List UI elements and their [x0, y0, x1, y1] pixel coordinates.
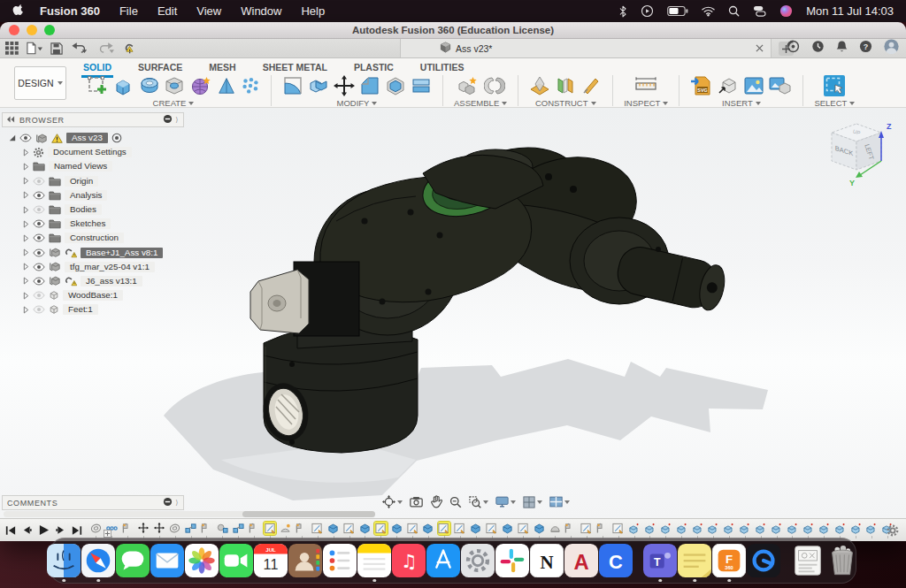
ribbon-group-label[interactable]: INSPECT: [624, 98, 668, 108]
menu-item-file[interactable]: File: [119, 4, 138, 18]
collapse-arrow-icon[interactable]: [9, 134, 16, 141]
timeline-feature-joint-10[interactable]: [232, 522, 245, 535]
ribbon-group-label[interactable]: CONSTRUCT: [535, 98, 596, 108]
browser-row-bodies[interactable]: Bodies: [2, 202, 184, 217]
file-new-icon[interactable]: [27, 41, 42, 57]
timeline-feature-sketch-23[interactable]: [438, 522, 451, 535]
panel-options-icon[interactable]: [163, 497, 173, 508]
dock-notes[interactable]: [357, 539, 391, 582]
menu-bar-clock[interactable]: Mon 11 Jul 14:03: [806, 4, 894, 18]
visibility-eye-icon[interactable]: [33, 277, 45, 286]
browser-row-feet-1[interactable]: Feet:1: [2, 302, 184, 317]
dock-safari[interactable]: [81, 539, 115, 582]
timeline-feature-sketch-21[interactable]: [406, 522, 419, 535]
browser-row-label[interactable]: Document Settings: [48, 147, 132, 157]
timeline-feature-plane-14[interactable]: [296, 522, 309, 535]
browser-row-label[interactable]: Feet:1: [63, 304, 98, 315]
step-back-icon[interactable]: [22, 525, 32, 535]
expand-arrow-icon[interactable]: [23, 306, 29, 314]
timeline-feature-component-error-48[interactable]: [833, 522, 847, 535]
dock-messages[interactable]: [116, 539, 150, 582]
ribbon-group-label[interactable]: MODIFY: [337, 98, 378, 108]
browser-row-analysis[interactable]: Analysis: [2, 188, 184, 202]
wifi-icon[interactable]: [702, 4, 715, 19]
timeline-feature-plane-11[interactable]: [248, 522, 261, 535]
timeline-feature-revolve-6[interactable]: [168, 522, 181, 535]
measure-icon[interactable]: [634, 76, 657, 95]
expand-arrow-icon[interactable]: [23, 263, 29, 271]
timeline-feature-component-error-44[interactable]: [770, 522, 783, 535]
timeline-feature-form-13[interactable]: [280, 522, 293, 535]
browser-row-base-j1-ass-v8-1[interactable]: Base+J1_Ass v8:1: [2, 246, 184, 260]
browser-header[interactable]: BROWSER ⟩: [2, 112, 184, 127]
document-tab[interactable]: Ass v23*: [400, 39, 772, 57]
timeline-feature-component-error-49[interactable]: [849, 522, 863, 535]
notifications-icon[interactable]: [836, 40, 848, 57]
timeline-feature-revolve-1[interactable]: [89, 522, 103, 535]
timeline-feature-extrude-20[interactable]: [390, 522, 403, 535]
timeline-feature-sketch-15[interactable]: [311, 522, 324, 535]
menu-item-window[interactable]: Window: [241, 4, 281, 18]
close-tab-icon[interactable]: [753, 42, 765, 55]
ribbon-group-label[interactable]: CREATE: [153, 98, 195, 108]
expand-arrow-icon[interactable]: [23, 248, 29, 256]
expand-arrow-icon[interactable]: [23, 163, 29, 171]
expand-arrow-icon[interactable]: [23, 220, 29, 228]
data-panel-icon[interactable]: [5, 41, 19, 57]
menu-item-view[interactable]: View: [196, 4, 221, 18]
panel-options-icon[interactable]: [163, 114, 173, 126]
timeline-feature-joint-ball-9[interactable]: [216, 522, 229, 535]
timeline-feature-component-error-43[interactable]: [754, 522, 767, 535]
new-component-icon[interactable]: [457, 75, 480, 96]
expand-arrow-icon[interactable]: [23, 292, 29, 300]
dock-trash[interactable]: [825, 539, 859, 582]
panel-resize-handle[interactable]: ⟩: [175, 499, 179, 507]
ribbon-group-label[interactable]: SELECT: [814, 98, 855, 108]
visibility-eye-icon[interactable]: [33, 291, 45, 300]
timeline-feature-component-error-37[interactable]: [659, 522, 672, 535]
timeline-feature-joint-7[interactable]: [184, 522, 197, 535]
skip-end-icon[interactable]: [72, 525, 82, 536]
browser-row-label[interactable]: J6_ass v13:1: [81, 276, 142, 286]
dock-finder[interactable]: [47, 539, 81, 582]
select-icon[interactable]: [823, 74, 846, 97]
dock-drawing-file[interactable]: [791, 539, 825, 582]
expand-arrow-icon[interactable]: [23, 177, 29, 185]
axis-icon[interactable]: [580, 75, 602, 96]
browser-row-construction[interactable]: Construction: [2, 231, 184, 245]
browser-row-label[interactable]: Named Views: [49, 161, 112, 172]
dock-mail[interactable]: [150, 539, 184, 582]
dock-notion[interactable]: N: [530, 539, 564, 582]
timeline-feature-move-5[interactable]: [153, 522, 166, 535]
hole-icon[interactable]: [164, 75, 185, 96]
timeline-feature-component-error-47[interactable]: [818, 522, 831, 535]
dock-reminders[interactable]: [323, 539, 357, 582]
view-cube[interactable]: UP BACK LEFT Z Y: [819, 115, 895, 195]
browser-row-label[interactable]: Construction: [65, 233, 124, 243]
ribbon-group-label[interactable]: ASSEMBLE: [454, 98, 507, 108]
comments-header[interactable]: COMMENTS ⟩: [2, 495, 184, 510]
fit-icon[interactable]: [469, 496, 488, 508]
browser-row-ass-v23[interactable]: Ass v23: [2, 131, 184, 145]
timeline-feature-component-error-38[interactable]: [675, 522, 688, 535]
press-pull-icon[interactable]: [308, 75, 329, 96]
pan-icon[interactable]: [430, 495, 442, 508]
visibility-eye-icon[interactable]: [33, 205, 45, 214]
battery-icon[interactable]: [667, 4, 688, 19]
scrollbar-handle[interactable]: [242, 511, 375, 517]
app-menu-title[interactable]: Fusion 360: [40, 4, 100, 18]
visibility-eye-icon[interactable]: [33, 191, 45, 200]
ribbon-group-label[interactable]: INSERT: [722, 98, 761, 108]
extensions-icon[interactable]: [787, 40, 800, 57]
window-title-bar[interactable]: Autodesk Fusion 360 (Education License): [0, 22, 906, 39]
midplane-icon[interactable]: [555, 75, 576, 96]
browser-row-label[interactable]: Ass v23: [66, 133, 108, 143]
dock-autocad[interactable]: A: [564, 539, 598, 582]
timeline-feature-sketch-28[interactable]: [517, 522, 530, 535]
chamfer-icon[interactable]: [359, 75, 380, 96]
timeline-feature-sketch-17[interactable]: [342, 522, 356, 535]
insert-svg-icon[interactable]: SVG: [690, 75, 713, 96]
timeline-feature-plane-31[interactable]: [564, 522, 578, 535]
browser-row-sketches[interactable]: Sketches: [2, 217, 184, 231]
timeline-feature-sketch-12[interactable]: [264, 522, 277, 535]
